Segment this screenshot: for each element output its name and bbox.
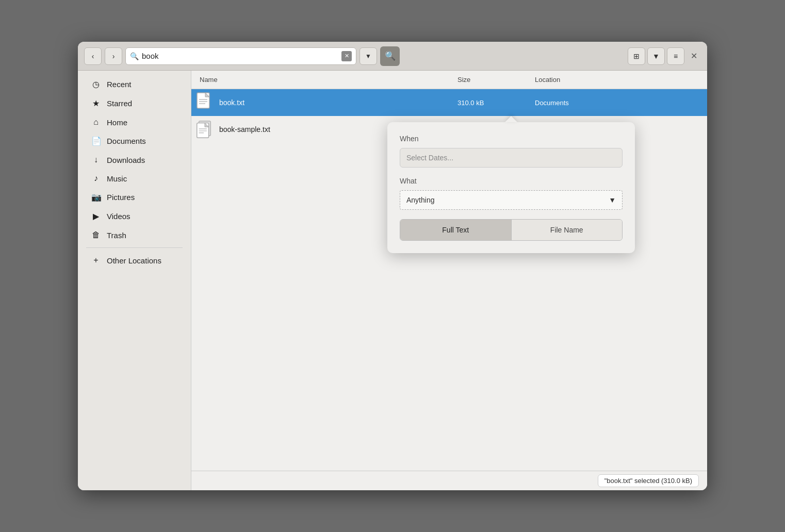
date-select-input[interactable]: Select Dates...	[400, 148, 623, 168]
grid-icon: ⊞	[633, 52, 640, 60]
file-name-button[interactable]: File Name	[512, 220, 623, 240]
view-dropdown-button[interactable]: ▼	[647, 47, 665, 65]
pictures-icon: 📷	[91, 192, 101, 202]
document-icon	[196, 92, 214, 113]
recent-icon: ◷	[91, 79, 101, 89]
what-label: What	[400, 177, 623, 185]
sidebar-item-other-locations-label: Other Locations	[107, 256, 161, 265]
file-icon-cell: book.txt	[191, 91, 449, 114]
sidebar-item-starred[interactable]: ★ Starred	[81, 94, 188, 112]
view-dropdown-icon: ▼	[652, 52, 660, 60]
search-icon: 🔍	[130, 52, 139, 60]
sidebar-item-home-label: Home	[107, 118, 127, 127]
sidebar-item-pictures-label: Pictures	[107, 193, 135, 202]
sidebar-divider	[86, 247, 183, 248]
videos-icon: ▶	[91, 211, 101, 221]
file-icon	[195, 118, 214, 141]
file-size: 310.0 kB	[449, 99, 527, 107]
documents-icon: 📄	[91, 136, 101, 146]
sidebar-item-downloads-label: Downloads	[107, 156, 145, 164]
selection-status: "book.txt" selected (310.0 kB)	[598, 474, 699, 487]
sidebar-item-starred-label: Starred	[107, 99, 132, 108]
sidebar-item-videos[interactable]: ▶ Videos	[81, 207, 188, 225]
music-icon: ♪	[91, 174, 101, 183]
what-dropdown[interactable]: Anything ▼	[400, 190, 623, 210]
trash-icon: 🗑	[91, 230, 101, 240]
menu-icon: ≡	[674, 52, 678, 60]
other-locations-icon: +	[91, 256, 101, 265]
what-dropdown-arrow-icon: ▼	[609, 196, 616, 204]
sidebar-item-videos-label: Videos	[107, 212, 130, 221]
sidebar-item-other-locations[interactable]: + Other Locations	[81, 252, 188, 269]
sidebar-item-music-label: Music	[107, 174, 127, 183]
dropdown-arrow-icon: ▼	[365, 53, 371, 60]
close-icon: ✕	[691, 51, 697, 61]
content-area: Name Size Location	[191, 71, 707, 490]
sidebar-item-recent-label: Recent	[107, 80, 132, 89]
menu-button[interactable]: ≡	[667, 47, 684, 65]
close-button[interactable]: ✕	[686, 49, 701, 63]
search-type-buttons: Full Text File Name	[400, 219, 623, 241]
when-label: When	[400, 135, 623, 143]
file-icon	[195, 91, 214, 114]
file-name: book.txt	[219, 98, 244, 107]
search-btn-icon: 🔍	[385, 51, 396, 61]
forward-icon: ›	[112, 52, 115, 60]
sidebar-item-home[interactable]: ⌂ Home	[81, 113, 188, 131]
filter-popup: When Select Dates... What Anything ▼ Ful…	[387, 122, 635, 253]
forward-button[interactable]: ›	[105, 47, 122, 65]
sidebar-item-recent[interactable]: ◷ Recent	[81, 75, 188, 93]
toolbar: ‹ › 🔍 ✕ ▼ 🔍 ⊞ ▼ ≡	[78, 42, 707, 71]
sidebar-item-music[interactable]: ♪ Music	[81, 170, 188, 187]
starred-icon: ★	[91, 98, 101, 108]
multipage-document-icon	[195, 119, 214, 140]
date-placeholder: Select Dates...	[406, 154, 453, 162]
back-button[interactable]: ‹	[84, 47, 102, 65]
sidebar-item-trash[interactable]: 🗑 Trash	[81, 226, 188, 244]
search-input[interactable]	[142, 52, 338, 60]
home-icon: ⌂	[91, 118, 101, 127]
table-row[interactable]: book.txt 310.0 kB Documents	[191, 89, 707, 116]
search-bar: 🔍 ✕	[125, 47, 356, 65]
grid-view-button[interactable]: ⊞	[628, 47, 645, 65]
sidebar: ◷ Recent ★ Starred ⌂ Home 📄 Documents ↓ …	[78, 71, 191, 490]
full-text-button[interactable]: Full Text	[400, 220, 512, 240]
file-manager-window: ‹ › 🔍 ✕ ▼ 🔍 ⊞ ▼ ≡	[78, 42, 707, 490]
sidebar-item-pictures[interactable]: 📷 Pictures	[81, 188, 188, 206]
column-headers: Name Size Location	[191, 71, 707, 89]
search-button[interactable]: 🔍	[380, 46, 400, 66]
search-dropdown-button[interactable]: ▼	[359, 47, 377, 65]
sidebar-item-trash-label: Trash	[107, 231, 126, 240]
main-area: ◷ Recent ★ Starred ⌂ Home 📄 Documents ↓ …	[78, 71, 707, 490]
sidebar-item-downloads[interactable]: ↓ Downloads	[81, 151, 188, 169]
sidebar-item-documents[interactable]: 📄 Documents	[81, 132, 188, 150]
file-location: Documents	[527, 99, 707, 107]
what-value: Anything	[406, 196, 434, 204]
col-header-size[interactable]: Size	[449, 72, 527, 88]
clear-icon: ✕	[345, 53, 349, 59]
col-header-location[interactable]: Location	[527, 72, 707, 88]
status-bar: "book.txt" selected (310.0 kB)	[191, 471, 707, 490]
file-name: book-sample.txt	[219, 125, 270, 134]
toolbar-right: ⊞ ▼ ≡ ✕	[628, 47, 701, 65]
search-clear-button[interactable]: ✕	[341, 51, 352, 61]
col-header-name[interactable]: Name	[191, 72, 449, 88]
sidebar-item-documents-label: Documents	[107, 137, 146, 145]
downloads-icon: ↓	[91, 155, 101, 164]
back-icon: ‹	[92, 52, 94, 60]
